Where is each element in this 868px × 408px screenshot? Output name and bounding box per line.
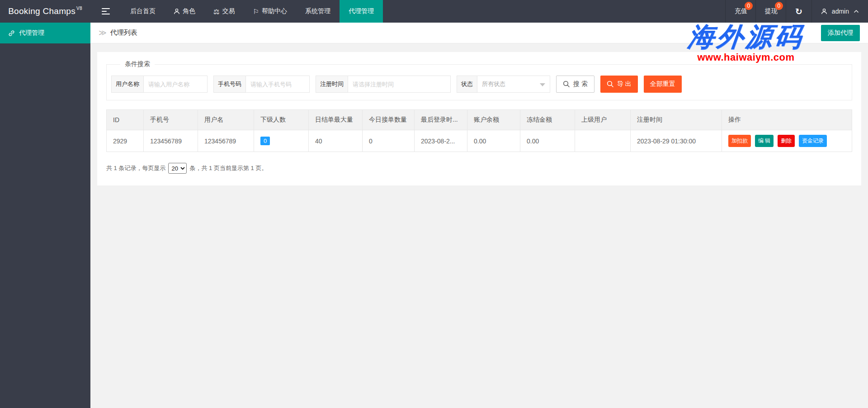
col-subordinates: 下级人数 bbox=[254, 110, 309, 130]
search-fieldset: 条件搜索 用户名称 手机号码 注册时间 状态 所有状态 bbox=[106, 60, 852, 100]
withdraw-badge: 0 bbox=[775, 2, 783, 10]
cell-parent-user bbox=[575, 130, 631, 152]
brand-logo[interactable]: Booking Champs V8 bbox=[0, 0, 90, 23]
col-today-orders: 今日接单数量 bbox=[363, 110, 415, 130]
main-area: ≫ 代理列表 添加代理 条件搜索 用户名称 手机号码 注册时间 bbox=[90, 23, 868, 408]
phone-label: 手机号码 bbox=[213, 76, 245, 93]
status-label: 状态 bbox=[457, 76, 477, 93]
brand-version: V8 bbox=[76, 6, 82, 11]
main-menu: 后台首页 角色 ⚖ 交易 ⚐ 帮助中心 系统管理 代理管理 bbox=[121, 0, 383, 23]
cell-phone: 123456789 bbox=[144, 130, 198, 152]
add-agent-button[interactable]: 添加代理 bbox=[821, 25, 860, 41]
nav-item-dashboard[interactable]: 后台首页 bbox=[121, 0, 165, 23]
username-label: 用户名称 bbox=[111, 76, 143, 93]
agents-table: ID 手机号 用户名 下级人数 日结单最大量 今日接单数量 最后登录时... 账… bbox=[106, 109, 852, 152]
cell-last-login: 2023-08-2... bbox=[415, 130, 467, 152]
search-button[interactable]: 搜 索 bbox=[556, 76, 594, 93]
register-time-group: 注册时间 bbox=[316, 76, 451, 93]
breadcrumb-bar: ≫ 代理列表 添加代理 bbox=[90, 23, 868, 43]
cell-id: 2929 bbox=[107, 130, 144, 152]
admin-username: admin bbox=[832, 8, 849, 15]
cell-subordinates: 0 bbox=[254, 130, 309, 152]
pagination-prefix: 共 1 条记录，每页显示 bbox=[106, 164, 165, 172]
edit-button[interactable]: 编 辑 bbox=[755, 135, 774, 147]
navbar-right: 充值 0 提现 0 ↻ admin bbox=[725, 0, 868, 23]
register-time-input[interactable] bbox=[348, 76, 451, 93]
chevron-down-icon bbox=[540, 83, 545, 86]
cell-today-orders: 0 bbox=[363, 130, 415, 152]
cell-register-time: 2023-08-29 01:30:00 bbox=[631, 130, 722, 152]
user-icon bbox=[174, 8, 180, 14]
search-row: 用户名称 手机号码 注册时间 状态 所有状态 bbox=[111, 74, 847, 93]
sidebar-item-agents[interactable]: 代理管理 bbox=[0, 23, 90, 43]
content-card: 条件搜索 用户名称 手机号码 注册时间 状态 所有状态 bbox=[97, 52, 861, 185]
pagination-bar: 共 1 条记录，每页显示 20 条，共 1 页当前显示第 1 页。 bbox=[106, 163, 852, 174]
col-register-time: 注册时间 bbox=[631, 110, 722, 130]
nav-item-help-center[interactable]: ⚐ 帮助中心 bbox=[244, 0, 296, 23]
recharge-button[interactable]: 充值 0 bbox=[725, 0, 755, 23]
phone-input[interactable] bbox=[245, 76, 310, 93]
export-button[interactable]: 导 出 bbox=[600, 76, 638, 93]
refresh-button[interactable]: ↻ bbox=[786, 0, 811, 23]
subordinates-badge[interactable]: 0 bbox=[260, 137, 270, 146]
cell-frozen: 0.00 bbox=[520, 130, 575, 152]
per-page-select[interactable]: 20 bbox=[168, 163, 187, 174]
status-select-value: 所有状态 bbox=[482, 80, 505, 88]
phone-group: 手机号码 bbox=[213, 76, 310, 93]
delete-button[interactable]: 删除 bbox=[778, 135, 795, 147]
reset-all-button[interactable]: 全部重置 bbox=[644, 76, 682, 93]
cell-balance: 0.00 bbox=[467, 130, 520, 152]
cell-daily-max: 40 bbox=[309, 130, 363, 152]
col-actions: 操作 bbox=[722, 110, 852, 130]
flag-icon: ⚐ bbox=[253, 8, 259, 15]
col-balance: 账户余额 bbox=[467, 110, 520, 130]
col-frozen: 冻结金额 bbox=[520, 110, 575, 130]
table-header-row: ID 手机号 用户名 下级人数 日结单最大量 今日接单数量 最后登录时... 账… bbox=[107, 110, 852, 130]
add-deduct-button[interactable]: 加扣款 bbox=[728, 135, 751, 147]
col-daily-max: 日结单最大量 bbox=[309, 110, 363, 130]
col-phone: 手机号 bbox=[144, 110, 198, 130]
chevron-up-icon bbox=[854, 9, 859, 13]
hamburger-menu-icon[interactable] bbox=[90, 0, 121, 23]
nav-item-system[interactable]: 系统管理 bbox=[296, 0, 340, 23]
cell-actions: 加扣款 编 辑 删除 资金记录 bbox=[722, 130, 852, 152]
search-legend: 条件搜索 bbox=[120, 60, 155, 68]
table-row: 2929 123456789 123456789 0 40 0 2023-08-… bbox=[107, 130, 852, 152]
brand-name: Booking Champs bbox=[8, 6, 75, 16]
sidebar-item-label: 代理管理 bbox=[19, 29, 44, 37]
nav-item-roles[interactable]: 角色 bbox=[165, 0, 204, 23]
col-last-login: 最后登录时... bbox=[415, 110, 467, 130]
username-input[interactable] bbox=[143, 76, 208, 93]
status-group: 状态 所有状态 bbox=[457, 76, 550, 93]
link-icon bbox=[8, 30, 15, 37]
scales-icon: ⚖ bbox=[213, 8, 219, 15]
withdraw-button[interactable]: 提现 0 bbox=[755, 0, 786, 23]
funds-record-button[interactable]: 资金记录 bbox=[799, 135, 827, 147]
status-select[interactable]: 所有状态 bbox=[477, 76, 550, 93]
refresh-icon: ↻ bbox=[795, 6, 802, 17]
top-navbar: Booking Champs V8 后台首页 角色 ⚖ 交易 ⚐ 帮助中心 系统… bbox=[0, 0, 868, 23]
col-id: ID bbox=[107, 110, 144, 130]
page-title: 代理列表 bbox=[110, 28, 137, 37]
pagination-suffix: 条，共 1 页当前显示第 1 页。 bbox=[189, 164, 267, 172]
search-icon bbox=[563, 81, 570, 88]
col-parent-user: 上级用户 bbox=[575, 110, 631, 130]
username-group: 用户名称 bbox=[111, 76, 208, 93]
sidebar: 代理管理 bbox=[0, 23, 90, 408]
cell-username: 123456789 bbox=[198, 130, 254, 152]
col-username: 用户名 bbox=[198, 110, 254, 130]
recharge-badge: 0 bbox=[745, 2, 753, 10]
register-time-label: 注册时间 bbox=[316, 76, 348, 93]
nav-item-trade[interactable]: ⚖ 交易 bbox=[204, 0, 244, 23]
nav-item-agents[interactable]: 代理管理 bbox=[340, 0, 383, 23]
breadcrumb-caret-icon: ≫ bbox=[99, 28, 107, 38]
search-icon bbox=[607, 81, 614, 88]
user-icon bbox=[821, 8, 827, 14]
admin-menu[interactable]: admin bbox=[811, 0, 868, 23]
